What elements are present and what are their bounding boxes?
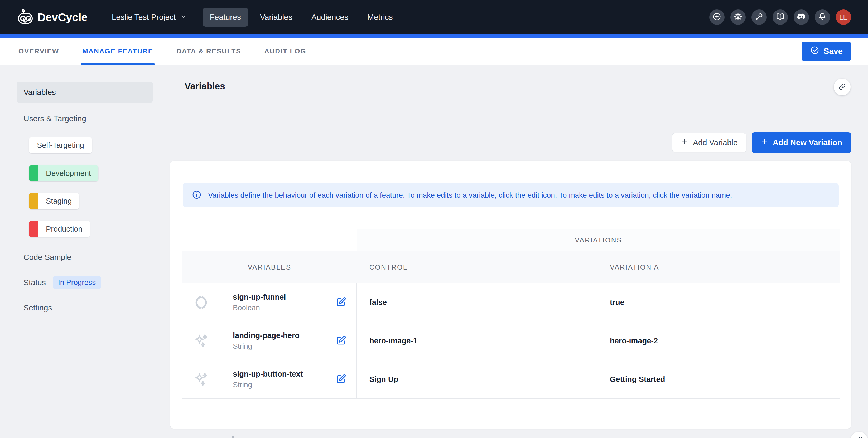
info-banner-text: Variables define the behaviour of each v…	[208, 191, 732, 200]
feature-tabbar: OVERVIEW MANAGE FEATURE DATA & RESULTS A…	[0, 38, 868, 65]
tab-overview[interactable]: OVERVIEW	[19, 38, 59, 65]
next-section-partial	[231, 436, 234, 438]
nav-item-features[interactable]: Features	[203, 8, 248, 27]
add-new-variation-label: Add New Variation	[773, 138, 842, 147]
env-color-bar	[29, 193, 38, 209]
sidebar-item-variables[interactable]: Variables	[17, 82, 153, 103]
accent-bar	[0, 34, 868, 38]
add-variable-label: Add Variable	[693, 138, 738, 147]
save-button-label: Save	[824, 47, 843, 56]
main-nav: Features Variables Audiences Metrics	[203, 8, 400, 27]
notifications-button[interactable]	[815, 9, 830, 25]
tab-data-results[interactable]: DATA & RESULTS	[176, 38, 241, 65]
control-value[interactable]: hero-image-1	[357, 322, 598, 360]
user-avatar[interactable]: LE	[836, 9, 851, 25]
sidebar-env-self-targeting[interactable]: Self-Targeting	[29, 137, 92, 154]
column-header-variation-a: VARIATION A	[598, 251, 840, 283]
variation-a-value[interactable]: Getting Started	[598, 360, 840, 399]
variables-table: VARIATIONS VARIABLES CONTROL VARIATION A	[182, 229, 840, 399]
brand-name: DevCycle	[37, 11, 88, 24]
discord-button[interactable]	[794, 9, 809, 25]
section-link-button-partial[interactable]	[850, 432, 867, 438]
env-label: Staging	[38, 193, 79, 209]
variations-header: VARIATIONS	[357, 229, 840, 251]
nav-item-metrics[interactable]: Metrics	[360, 8, 400, 27]
top-navigation: DevCycle Leslie Test Project Features Va…	[0, 0, 868, 34]
variables-card: Variables define the behaviour of each v…	[170, 161, 851, 429]
plus-icon	[761, 138, 769, 147]
tab-manage-feature[interactable]: MANAGE FEATURE	[82, 38, 153, 65]
status-badge[interactable]: In Progress	[53, 276, 101, 289]
key-icon	[755, 12, 764, 22]
sidebar-item-code-sample[interactable]: Code Sample	[17, 250, 170, 264]
edit-pencil-icon	[335, 297, 346, 308]
sidebar-env-development[interactable]: Development	[29, 165, 98, 181]
info-icon	[192, 190, 202, 201]
page-title: Variables	[185, 81, 225, 92]
section-link-button[interactable]	[834, 78, 850, 95]
devcycle-logo[interactable]: DevCycle	[17, 9, 88, 26]
variations-header-label: VARIATIONS	[575, 236, 622, 244]
link-icon	[855, 436, 863, 438]
env-color-bar	[29, 221, 38, 237]
plus-icon	[681, 138, 689, 147]
nav-item-variables[interactable]: Variables	[253, 8, 300, 27]
avatar-initials: LE	[839, 13, 848, 21]
discord-icon	[797, 12, 806, 23]
sidebar-env-production[interactable]: Production	[29, 221, 90, 237]
sidebar-item-users-targeting[interactable]: Users & Targeting	[17, 112, 170, 126]
gear-icon	[734, 12, 743, 22]
column-header-control: CONTROL	[357, 251, 598, 283]
env-label: Development	[38, 165, 98, 181]
sidebar-item-settings[interactable]: Settings	[17, 301, 170, 315]
add-new-button[interactable]	[709, 9, 724, 25]
env-color-bar	[29, 165, 38, 181]
settings-button[interactable]	[731, 9, 746, 25]
control-value[interactable]: Sign Up	[357, 360, 598, 399]
variation-a-value[interactable]: true	[598, 283, 840, 322]
tab-audit-log[interactable]: AUDIT LOG	[264, 38, 306, 65]
check-circle-icon	[810, 45, 819, 57]
sidebar-item-status[interactable]: Status In Progress	[17, 276, 170, 289]
edit-pencil-icon	[335, 335, 346, 347]
column-header-variables: VARIABLES	[182, 251, 357, 283]
env-label: Self-Targeting	[29, 137, 92, 154]
status-label: Status	[24, 278, 46, 287]
edit-variable-button[interactable]	[335, 335, 346, 347]
save-button[interactable]: Save	[802, 42, 851, 61]
api-keys-button[interactable]	[751, 9, 767, 25]
add-new-variation-button[interactable]: Add New Variation	[752, 132, 851, 153]
bell-icon	[818, 12, 827, 22]
table-row-variable: sign-up-button-text String	[220, 360, 357, 399]
variable-type-string-icon	[182, 322, 220, 360]
project-name: Leslie Test Project	[112, 13, 176, 22]
variation-a-value[interactable]: hero-image-2	[598, 322, 840, 360]
devcycle-robot-icon	[17, 9, 34, 26]
info-banner: Variables define the behaviour of each v…	[183, 183, 839, 207]
plus-circle-icon	[712, 12, 721, 22]
edit-variable-button[interactable]	[335, 373, 346, 385]
table-row-variable: sign-up-funnel Boolean	[220, 283, 357, 322]
sidebar-env-staging[interactable]: Staging	[29, 193, 79, 209]
link-icon	[838, 82, 846, 92]
add-variable-button[interactable]: Add Variable	[672, 133, 746, 152]
feature-sidebar: Variables Users & Targeting Self-Targeti…	[0, 65, 170, 438]
table-spacer	[182, 229, 357, 251]
variables-panel: Variables Add Variable Add New Variation	[170, 65, 868, 438]
nav-item-audiences[interactable]: Audiences	[304, 8, 355, 27]
table-row-variable: landing-page-hero String	[220, 322, 357, 360]
book-open-icon	[776, 12, 785, 22]
env-label: Production	[38, 221, 90, 237]
edit-pencil-icon	[335, 373, 346, 385]
edit-variable-button[interactable]	[335, 297, 346, 308]
control-value[interactable]: false	[357, 283, 598, 322]
variable-type-string-icon	[182, 360, 220, 399]
variable-type-boolean-icon	[182, 283, 220, 322]
project-selector[interactable]: Leslie Test Project	[112, 13, 186, 22]
docs-button[interactable]	[773, 9, 788, 25]
chevron-down-icon	[180, 13, 186, 22]
